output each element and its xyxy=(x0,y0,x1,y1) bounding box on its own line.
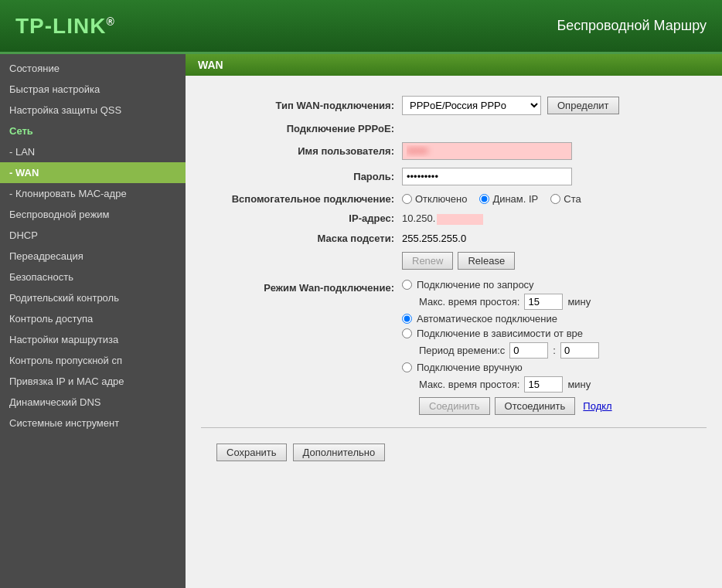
wan-type-label: Тип WAN-подключения: xyxy=(201,100,402,111)
time-from-input[interactable] xyxy=(509,342,548,359)
mode-on-demand-sub: Макс. время простоя: мину xyxy=(419,294,707,310)
pppoe-label: Подключение PPPoE: xyxy=(201,123,402,134)
minutes-label-2: мину xyxy=(567,379,591,390)
radio-static-label: Ста xyxy=(564,193,581,205)
logo-text: TP-LINK xyxy=(15,14,106,38)
password-label: Пароль: xyxy=(201,171,402,182)
header-title: Беспроводной Маршру xyxy=(557,18,707,34)
username-input[interactable] xyxy=(402,142,572,160)
sidebar-item-ip-mac[interactable]: Привязка IP и МАС адре xyxy=(0,371,186,392)
mask-label: Маска подсети: xyxy=(201,233,402,244)
ip-row: IP-адрес: 10.250. xyxy=(201,212,707,225)
sidebar-item-routing[interactable]: Настройки маршрутиза xyxy=(0,329,186,350)
mode-time-based-label: Подключение в зависимости от вре xyxy=(417,328,583,339)
radio-dynamic-item: Динам. IP xyxy=(479,193,538,205)
save-button[interactable]: Сохранить xyxy=(216,444,287,461)
username-row: Имя пользователя: xyxy=(201,142,707,160)
radio-dynamic-ip[interactable] xyxy=(479,194,489,204)
main-layout: Состояние Быстрая настройка Настройка за… xyxy=(0,54,722,588)
wan-type-value: PPPoE/Россия PPPo Определит xyxy=(402,96,707,115)
sidebar-item-ddns[interactable]: Динамический DNS xyxy=(0,392,186,413)
sidebar-item-status[interactable]: Состояние xyxy=(0,58,186,79)
pppoe-label-row: Подключение PPPoE: xyxy=(201,123,707,134)
password-input[interactable] xyxy=(402,168,572,185)
sidebar-item-wireless[interactable]: Беспроводной режим xyxy=(0,204,186,225)
sidebar: Состояние Быстрая настройка Настройка за… xyxy=(0,54,186,588)
secondary-label: Вспомогательное подключение: xyxy=(201,193,402,205)
time-from-label: Период времени:с xyxy=(419,345,505,356)
mode-manual-sub: Макс. время простоя: мину xyxy=(419,376,707,393)
mask-value: 255.255.255.0 xyxy=(402,233,466,244)
connect-button[interactable]: Соединить xyxy=(419,397,490,415)
mode-manual-option: Подключение вручную xyxy=(402,362,707,373)
radio-manual[interactable] xyxy=(402,362,412,372)
time-to-input[interactable] xyxy=(560,342,599,359)
radio-dynamic-label: Динам. IP xyxy=(492,193,538,205)
mode-auto-option: Автоматическое подключение xyxy=(402,313,707,325)
ip-label: IP-адрес: xyxy=(201,212,402,224)
reconnect-link[interactable]: Подкл xyxy=(580,398,615,414)
wan-type-row: Тип WAN-подключения: PPPoE/Россия PPPo О… xyxy=(201,96,707,115)
sidebar-item-quick-setup[interactable]: Быстрая настройка xyxy=(0,79,186,100)
wan-type-select[interactable]: PPPoE/Россия PPPo xyxy=(402,96,541,115)
wan-section-title: WAN xyxy=(186,54,722,76)
mode-manual-label: Подключение вручную xyxy=(417,362,523,373)
form-area: Тип WAN-подключения: PPPoE/Россия PPPo О… xyxy=(186,88,722,475)
radio-time-based[interactable] xyxy=(402,328,412,338)
mode-on-demand-option: Подключение по запросу xyxy=(402,279,707,291)
ip-prefix: 10.250. xyxy=(402,212,485,225)
sidebar-item-wan[interactable]: - WAN xyxy=(0,162,186,183)
secondary-options: Отключено Динам. IP Ста xyxy=(402,193,707,205)
password-row: Пароль: xyxy=(201,168,707,185)
content-area: WAN Тип WAN-подключения: PPPoE/Россия PP… xyxy=(186,54,722,588)
ip-redacted xyxy=(437,214,483,225)
radio-static[interactable] xyxy=(550,194,560,204)
renew-button[interactable]: Renew xyxy=(402,252,453,270)
header: TP-LINK® Беспроводной Маршру xyxy=(0,0,722,54)
connect-buttons-row: Соединить Отсоединить Подкл xyxy=(419,397,707,415)
sidebar-item-parental[interactable]: Родительский контроль xyxy=(0,287,186,308)
time-separator: : xyxy=(553,345,556,356)
sidebar-item-access[interactable]: Контроль доступа xyxy=(0,308,186,329)
wan-mode-options: Подключение по запросу Макс. время прост… xyxy=(402,279,707,418)
mask-row: Маска подсети: 255.255.255.0 xyxy=(201,233,707,244)
sidebar-item-qss[interactable]: Настройка защиты QSS xyxy=(0,100,186,121)
sidebar-item-dhcp[interactable]: DHCP xyxy=(0,225,186,246)
radio-auto[interactable] xyxy=(402,314,412,324)
mode-time-based-option: Подключение в зависимости от вре xyxy=(402,328,707,339)
sidebar-item-security[interactable]: Безопасность xyxy=(0,267,186,287)
sidebar-item-tools[interactable]: Системные инструмент xyxy=(0,413,186,433)
disconnect-button[interactable]: Отсоединить xyxy=(495,397,576,415)
max-idle-label-1: Макс. время простоя: xyxy=(419,296,519,308)
wan-mode-label: Режим Wan-подключение: xyxy=(201,279,402,294)
time-range-sub: Период времени:с : xyxy=(419,342,707,359)
logo: TP-LINK® xyxy=(15,14,115,39)
release-button[interactable]: Release xyxy=(458,252,515,270)
radio-disabled-label: Отключено xyxy=(415,193,467,205)
renew-release-row: Renew Release xyxy=(201,252,707,270)
mode-auto-label: Автоматическое подключение xyxy=(417,313,557,325)
advanced-button[interactable]: Дополнительно xyxy=(293,444,386,461)
sidebar-item-lan[interactable]: - LAN xyxy=(0,141,186,162)
username-label: Имя пользователя: xyxy=(201,145,402,157)
sidebar-item-network[interactable]: Сеть xyxy=(0,121,186,141)
minutes-label-1: мину xyxy=(567,296,591,308)
max-idle-input-1[interactable] xyxy=(524,294,563,310)
sidebar-item-bandwidth[interactable]: Контроль пропускной сп xyxy=(0,350,186,371)
logo-trademark: ® xyxy=(106,15,114,27)
radio-disabled[interactable] xyxy=(402,194,412,204)
sidebar-item-mac-clone[interactable]: - Клонировать МАС-адре xyxy=(0,183,186,204)
max-idle-input-2[interactable] xyxy=(524,376,563,393)
radio-static-item: Ста xyxy=(550,193,581,205)
sidebar-item-forwarding[interactable]: Переадресация xyxy=(0,246,186,267)
wan-mode-row: Режим Wan-подключение: Подключение по за… xyxy=(201,279,707,418)
mode-on-demand-label: Подключение по запросу xyxy=(417,279,534,291)
detect-button[interactable]: Определит xyxy=(547,97,619,114)
bottom-buttons: Сохранить Дополнительно xyxy=(201,437,707,467)
radio-disabled-item: Отключено xyxy=(402,193,467,205)
divider xyxy=(201,427,707,428)
max-idle-label-2: Макс. время простоя: xyxy=(419,379,519,390)
radio-on-demand[interactable] xyxy=(402,280,412,290)
secondary-row: Вспомогательное подключение: Отключено Д… xyxy=(201,193,707,205)
